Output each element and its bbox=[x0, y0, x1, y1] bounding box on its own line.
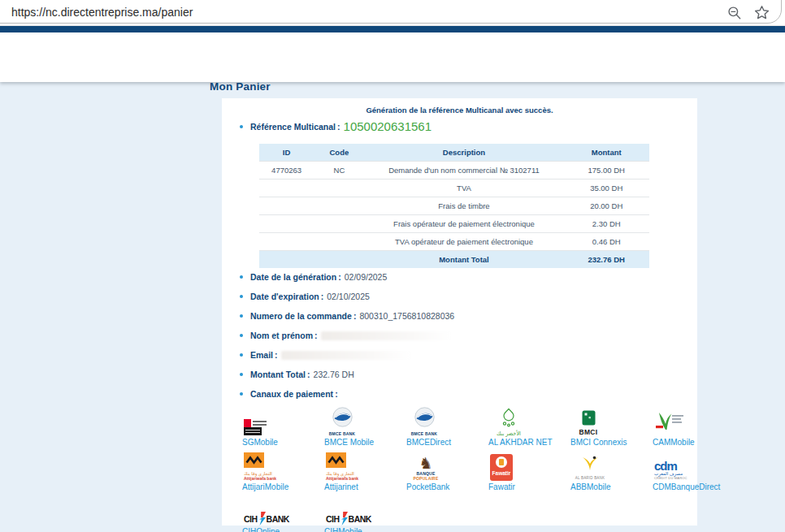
detail-line: Montant Total:232.76 DH bbox=[240, 369, 697, 380]
payment-channel-attijarinet[interactable]: التجاري وفا بنكAttijariwafa bankAttijari… bbox=[324, 452, 406, 497]
detail-label: Canaux de paiement bbox=[250, 389, 333, 399]
total-amount: 232.76 DH bbox=[563, 250, 649, 268]
bullet-icon bbox=[240, 275, 243, 279]
table-header-montant: Montant bbox=[563, 144, 649, 161]
channel-label[interactable]: AttijariMobile bbox=[242, 482, 324, 491]
browser-url-bar[interactable]: https://nc.directentreprise.ma/panier bbox=[0, 0, 785, 24]
page-header: Mon Panier bbox=[0, 32, 785, 82]
cell-id bbox=[259, 179, 314, 197]
zoom-out-icon[interactable] bbox=[726, 5, 743, 21]
cell-description: TVA bbox=[365, 179, 564, 197]
cell-id bbox=[259, 197, 314, 214]
channel-label[interactable]: CIHMobile bbox=[324, 527, 406, 532]
cart-panel: Génération de la référence Multicanal av… bbox=[222, 98, 697, 526]
url-text[interactable]: https://nc.directentreprise.ma/panier bbox=[11, 6, 193, 19]
cell-code: NC bbox=[314, 161, 364, 179]
page-title: Mon Panier bbox=[210, 80, 271, 93]
cell-id: 4770263 bbox=[259, 161, 314, 179]
payment-channel-cihonline[interactable]: CIHBANKCIHOnline bbox=[242, 497, 324, 532]
order-details: Date de la génération:02/09/2025Date d'e… bbox=[240, 271, 697, 400]
bmce-bank-logo: BMCE BANK bbox=[324, 408, 406, 436]
cell-description: TVA opérateur de paiement électronique bbox=[365, 232, 564, 250]
payment-channel-cdmbanquedirect[interactable]: cdmمصرف المغربCRÉDIT DU MAROCCDMBanqueDi… bbox=[653, 452, 735, 497]
channel-label[interactable]: BMCI Connexis bbox=[570, 438, 653, 447]
cell-id bbox=[259, 214, 314, 232]
payment-channel-pocketbank[interactable]: ♞BANQUE POPULAIREPocketBank bbox=[406, 452, 488, 497]
bullet-icon bbox=[240, 373, 243, 376]
reference-label: Référence Multicanal bbox=[250, 122, 336, 132]
bmci-logo: BMCI bbox=[570, 408, 653, 436]
payment-channel-bmci-connexis[interactable]: BMCIBMCI Connexis bbox=[570, 408, 653, 452]
payment-channel-bmce-mobile[interactable]: BMCE BANKBMCE Mobile bbox=[324, 408, 406, 452]
table-row: TVA opérateur de paiement électronique0.… bbox=[259, 232, 649, 250]
cell-amount: 175.00 DH bbox=[563, 161, 649, 179]
cell-description: Frais de timbre bbox=[365, 197, 564, 214]
payment-channel-fawatir[interactable]: FawatirFawatir bbox=[488, 452, 570, 497]
cell-code bbox=[314, 197, 364, 214]
payment-channel-al-akhdar-net[interactable]: الأخضر بنكAL AKHDAR NET bbox=[488, 408, 570, 452]
redacted-value bbox=[281, 351, 411, 360]
table-total-row: Montant Total232.76 DH bbox=[259, 250, 649, 268]
cell-description: Frais opérateur de paiement électronique bbox=[365, 214, 564, 232]
channel-label[interactable]: CDMBanqueDirect bbox=[653, 482, 735, 491]
channel-label[interactable]: Fawatir bbox=[488, 482, 570, 491]
channel-label[interactable]: ABBMobile bbox=[570, 482, 653, 491]
table-row: Frais de timbre20.00 DH bbox=[259, 197, 649, 214]
cell-amount: 35.00 DH bbox=[563, 179, 649, 197]
payment-channels-grid: SGMobileBMCE BANKBMCE MobileBMCE BANKBMC… bbox=[242, 408, 735, 532]
payment-channel-cammobile[interactable]: CAMMobile bbox=[653, 408, 735, 452]
channel-label[interactable]: PocketBank bbox=[406, 482, 488, 491]
table-header-row: IDCodeDescriptionMontant bbox=[259, 144, 649, 161]
bmce-bank-logo: BMCE BANK bbox=[406, 408, 488, 436]
channel-label[interactable]: SGMobile bbox=[242, 438, 324, 447]
attijariwafa-bank-logo: التجاري وفا بنكAttijariwafa bank bbox=[242, 452, 324, 481]
cih-bank-logo: CIHBANK bbox=[242, 497, 324, 526]
cell-id bbox=[259, 232, 314, 250]
horse-icon: ♞ bbox=[408, 456, 444, 471]
table-row: Frais opérateur de paiement électronique… bbox=[259, 214, 649, 232]
cell-description: Demande d'un nom commercial № 3102711 bbox=[365, 161, 564, 179]
credit-agricole-maroc-logo bbox=[653, 408, 735, 436]
detail-label: Montant Total bbox=[250, 370, 306, 379]
table-header-id: ID bbox=[259, 144, 314, 161]
table-row: TVA35.00 DH bbox=[259, 179, 649, 197]
payment-channel-attijarimobile[interactable]: التجاري وفا بنكAttijariwafa bankAttijari… bbox=[242, 452, 324, 497]
cell-amount: 0.46 DH bbox=[563, 232, 649, 250]
credit-du-maroc-logo: cdmمصرف المغربCRÉDIT DU MAROC bbox=[653, 452, 735, 481]
detail-line: Nom et prénom: bbox=[240, 330, 697, 341]
table-header-description: Description bbox=[365, 144, 564, 161]
attijariwafa-bank-logo: التجاري وفا بنكAttijariwafa bank bbox=[324, 452, 406, 481]
payment-channel-cihmobile[interactable]: CIHBANKCIHMobile bbox=[324, 497, 406, 532]
table-header-code: Code bbox=[314, 144, 364, 161]
reference-multicanal-line: Référence Multicanal : 1050020631561 bbox=[240, 119, 697, 133]
channel-label[interactable]: BMCEDirect bbox=[406, 438, 488, 447]
bullet-icon bbox=[240, 334, 243, 337]
table-row: 4770263NCDemande d'un nom commercial № 3… bbox=[259, 161, 649, 179]
redacted-value bbox=[321, 331, 451, 340]
payment-channel-sgmobile[interactable]: SGMobile bbox=[242, 408, 324, 452]
channel-label[interactable]: Attijarinet bbox=[324, 482, 406, 491]
channel-label[interactable]: CIHOnline bbox=[242, 527, 324, 532]
detail-label: Date de la génération bbox=[250, 272, 336, 282]
detail-label: Email bbox=[250, 350, 273, 360]
detail-line: Date de la génération:02/09/2025 bbox=[240, 271, 697, 283]
channel-label[interactable]: BMCE Mobile bbox=[324, 438, 406, 447]
al-akhdar-bank-logo: الأخضر بنك bbox=[488, 408, 570, 436]
star-icon[interactable] bbox=[753, 4, 770, 21]
detail-line: Email: bbox=[240, 349, 697, 361]
banque-populaire-logo: ♞BANQUE POPULAIRE bbox=[406, 452, 488, 481]
reference-value: 1050020631561 bbox=[344, 119, 432, 133]
invoice-table: IDCodeDescriptionMontant 4770263NCDemand… bbox=[259, 144, 649, 268]
detail-line: Numero de la commande:800310_17568108280… bbox=[240, 310, 697, 322]
channel-label[interactable]: AL AKHDAR NET bbox=[488, 438, 570, 447]
channel-label[interactable]: CAMMobile bbox=[653, 438, 735, 447]
al-barid-bank-logo: AL BARID BANK bbox=[570, 452, 653, 481]
top-navy-bar bbox=[0, 25, 785, 32]
cih-bank-logo: CIHBANK bbox=[324, 497, 406, 526]
detail-value: 02/10/2025 bbox=[327, 292, 370, 301]
payment-channel-bmcedirect[interactable]: BMCE BANKBMCEDirect bbox=[406, 408, 488, 452]
detail-value: 02/09/2025 bbox=[345, 272, 388, 282]
detail-line: Canaux de paiement: bbox=[240, 388, 697, 400]
detail-label: Numero de la commande bbox=[250, 311, 352, 321]
payment-channel-abbmobile[interactable]: AL BARID BANKABBMobile bbox=[570, 452, 653, 497]
